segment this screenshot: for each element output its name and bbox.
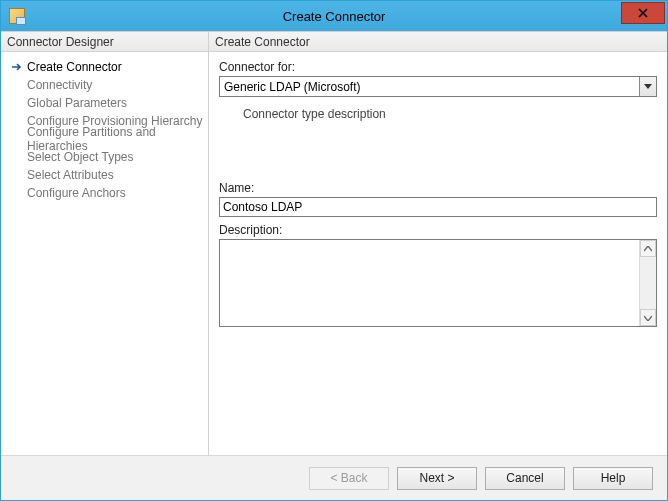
- cancel-button[interactable]: Cancel: [485, 467, 565, 490]
- description-label: Description:: [219, 223, 657, 237]
- nav-global-parameters[interactable]: Global Parameters: [9, 94, 204, 112]
- chevron-down-icon: [644, 315, 652, 321]
- window-title: Create Connector: [1, 9, 667, 24]
- next-label: Next >: [419, 471, 454, 485]
- cancel-label: Cancel: [506, 471, 543, 485]
- chevron-up-icon: [644, 246, 652, 252]
- scroll-down-button[interactable]: [640, 309, 656, 326]
- close-button[interactable]: [621, 2, 665, 24]
- nav-label: Select Object Types: [27, 150, 134, 164]
- footer: < Back Next > Cancel Help: [1, 455, 667, 500]
- nav-configure-anchors[interactable]: Configure Anchors: [9, 184, 204, 202]
- nav-select-object-types[interactable]: Select Object Types: [9, 148, 204, 166]
- nav-select-attributes[interactable]: Select Attributes: [9, 166, 204, 184]
- nav-create-connector[interactable]: Create Connector: [9, 58, 204, 76]
- description-scrollbar[interactable]: [639, 240, 656, 326]
- scroll-up-button[interactable]: [640, 240, 656, 257]
- name-input[interactable]: [219, 197, 657, 217]
- content-area: Connector Designer Create Connector Conn…: [1, 31, 667, 455]
- nav-connectivity[interactable]: Connectivity: [9, 76, 204, 94]
- current-step-arrow-icon: [11, 61, 23, 73]
- main-panel: Create Connector Connector for: Generic …: [209, 32, 667, 455]
- description-box: [219, 239, 657, 327]
- help-button[interactable]: Help: [573, 467, 653, 490]
- connector-for-combo[interactable]: Generic LDAP (Microsoft): [219, 76, 657, 97]
- form-area: Connector for: Generic LDAP (Microsoft) …: [209, 52, 667, 455]
- titlebar: Create Connector: [1, 1, 667, 31]
- nav-configure-partitions-hierarchies[interactable]: Configure Partitions and Hierarchies: [9, 130, 204, 148]
- sidebar: Connector Designer Create Connector Conn…: [1, 32, 209, 455]
- connector-type-description: Connector type description: [219, 101, 657, 181]
- back-label: < Back: [330, 471, 367, 485]
- connector-for-label: Connector for:: [219, 60, 657, 74]
- nav-label: Select Attributes: [27, 168, 114, 182]
- nav-label: Global Parameters: [27, 96, 127, 110]
- next-button[interactable]: Next >: [397, 467, 477, 490]
- help-label: Help: [601, 471, 626, 485]
- main-header: Create Connector: [209, 32, 667, 52]
- description-input[interactable]: [220, 240, 639, 326]
- connector-for-value: Generic LDAP (Microsoft): [220, 80, 639, 94]
- close-icon: [638, 8, 648, 18]
- nav-label: Create Connector: [27, 60, 122, 74]
- nav-label: Connectivity: [27, 78, 92, 92]
- back-button: < Back: [309, 467, 389, 490]
- app-icon: [9, 8, 25, 24]
- name-label: Name:: [219, 181, 657, 195]
- nav-list: Create Connector Connectivity Global Par…: [1, 52, 208, 455]
- nav-label: Configure Anchors: [27, 186, 126, 200]
- chevron-down-icon: [644, 84, 652, 90]
- sidebar-header: Connector Designer: [1, 32, 208, 52]
- combo-dropdown-button[interactable]: [639, 77, 656, 96]
